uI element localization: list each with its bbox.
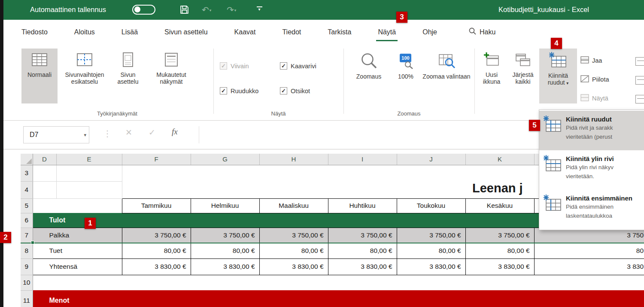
row-header-5[interactable]: 5: [21, 198, 33, 213]
cell[interactable]: 3 830,00 €: [191, 258, 259, 275]
page-layout-button[interactable]: Sivun asettelu: [111, 49, 145, 103]
cell[interactable]: [33, 275, 644, 290]
cell[interactable]: [33, 165, 56, 181]
cell[interactable]: 3 750,00 €: [191, 228, 259, 243]
cell[interactable]: [56, 165, 122, 181]
cell[interactable]: 3 830,00 €: [259, 258, 328, 275]
headings-checkbox[interactable]: ✓ Otsikot: [280, 87, 310, 94]
cell[interactable]: 80,00 €: [328, 243, 397, 258]
cell[interactable]: [33, 181, 56, 198]
hide-button[interactable]: Piilota: [580, 75, 609, 84]
menu-item-freeze-panes[interactable]: Kiinnitä ruudut Pidä rivit ja sarakk vie…: [539, 111, 644, 150]
cell[interactable]: 3 830,00 €: [397, 258, 465, 275]
cell-label-palkka[interactable]: Palkka: [33, 228, 122, 243]
cell[interactable]: 3 830,00 €: [122, 258, 191, 275]
confirm-entry-button[interactable]: ✓: [149, 128, 155, 137]
name-box[interactable]: D7 ▾: [23, 126, 89, 143]
month-header-cell[interactable]: Maaliskuu: [259, 198, 328, 213]
row-header-3[interactable]: 3: [21, 165, 33, 181]
name-box-dropdown-icon[interactable]: ▾: [84, 132, 86, 138]
save-icon[interactable]: [179, 5, 189, 16]
cell[interactable]: 80,00 €: [259, 243, 328, 258]
search-box[interactable]: Haku: [462, 20, 502, 44]
row-header-9[interactable]: 9: [21, 258, 33, 275]
cell[interactable]: 80,00 €: [191, 243, 259, 258]
cell[interactable]: 3 830,00 €: [534, 258, 644, 275]
page-break-preview-button[interactable]: Sivunvaihtojen esikatselu: [59, 49, 110, 103]
col-header-j[interactable]: J: [397, 154, 465, 165]
tab-tiedosto[interactable]: Tiedosto: [15, 20, 55, 44]
cell[interactable]: [56, 181, 122, 198]
tab-sivun-asettelu[interactable]: Sivun asettelu: [158, 20, 215, 44]
page-layout-label: Sivun asettelu: [111, 71, 145, 85]
clipped-ribbon-icon[interactable]: [635, 95, 644, 103]
tab-lisaa[interactable]: Lisää: [115, 20, 145, 44]
tab-ohje[interactable]: Ohje: [416, 20, 444, 44]
tab-nayta[interactable]: Näytä: [371, 20, 403, 44]
month-header-cell[interactable]: Toukokuu: [397, 198, 465, 213]
zoom-to-selection-button[interactable]: Zoomaa valintaan: [422, 49, 471, 103]
menu-item-freeze-top-row[interactable]: Kiinnitä ylin rivi Pidä ylin rivi näkyv …: [539, 150, 644, 190]
tab-aloitus[interactable]: Aloitus: [67, 20, 102, 44]
formula-bar-checkbox[interactable]: ✓ Kaavarivi: [280, 62, 316, 70]
autosave-toggle[interactable]: [132, 5, 155, 15]
undo-button[interactable]: ↶▾: [202, 5, 211, 15]
cell[interactable]: 3 830,00 €: [328, 258, 397, 275]
cell[interactable]: 80,00 €: [122, 243, 191, 258]
arrange-all-button[interactable]: Järjestä kaikki: [507, 49, 539, 103]
cancel-entry-button[interactable]: ✕: [125, 128, 132, 137]
select-all-corner[interactable]: [21, 154, 33, 165]
clipped-ribbon-icon[interactable]: [635, 57, 644, 66]
new-window-button[interactable]: Uusi ikkuna: [477, 49, 506, 103]
cell[interactable]: [33, 198, 122, 213]
cell[interactable]: 3 750,00 €: [259, 228, 328, 243]
clipped-ribbon-icon[interactable]: [635, 76, 644, 85]
col-header-e[interactable]: E: [56, 154, 122, 165]
month-header-cell[interactable]: Kesäkuu: [465, 198, 534, 213]
unhide-button[interactable]: Näytä: [580, 94, 608, 103]
split-button[interactable]: Jaa: [580, 56, 602, 65]
cell-label-yhteensa[interactable]: Yhteensä: [33, 258, 122, 275]
cell[interactable]: 3 750,00 €: [328, 228, 397, 243]
gridlines-checkbox[interactable]: ✓ Ruudukko: [220, 87, 258, 94]
col-header-k[interactable]: K: [465, 154, 534, 165]
tab-tarkista[interactable]: Tarkista: [321, 20, 358, 44]
tab-tiedot[interactable]: Tiedot: [275, 20, 308, 44]
col-header-h[interactable]: H: [259, 154, 328, 165]
custom-views-button[interactable]: Mukautetut näkymät: [147, 49, 196, 103]
zoom-button[interactable]: Zoomaus: [349, 49, 389, 103]
cell-label-tuet[interactable]: Tuet: [33, 243, 122, 258]
cell[interactable]: 80,00 €: [397, 243, 465, 258]
quick-access-more-button[interactable]: ▾: [256, 6, 263, 11]
selection-fill-handle[interactable]: [31, 241, 34, 244]
cell[interactable]: 3 750,00 €: [465, 228, 534, 243]
expense-section-header[interactable]: Menot: [33, 290, 644, 307]
menu-item-freeze-first-column[interactable]: Kiinnitä ensimmäinen Pidä ensimmäinen la…: [539, 190, 644, 229]
freeze-panes-button[interactable]: Kiinnitäruudut ▾: [539, 49, 577, 103]
zoom-100-button[interactable]: 100 100%: [391, 49, 421, 103]
row-header-4[interactable]: 4: [21, 181, 33, 198]
cell[interactable]: 80,00 €: [534, 243, 644, 258]
col-header-f[interactable]: F: [122, 154, 191, 165]
month-header-cell[interactable]: Helmikuu: [191, 198, 259, 213]
tab-kaavat[interactable]: Kaavat: [228, 20, 263, 44]
ruler-checkbox[interactable]: ✓ Viivain: [220, 62, 249, 70]
col-header-g[interactable]: G: [191, 154, 259, 165]
normal-view-button[interactable]: Normaali: [21, 49, 58, 103]
menu-item-title: Kiinnitä ruudut: [566, 116, 612, 123]
cell[interactable]: 3 830,00 €: [465, 258, 534, 275]
col-header-i[interactable]: I: [328, 154, 397, 165]
cell[interactable]: 3 750,00 €: [397, 228, 465, 243]
month-header-cell[interactable]: Huhtikuu: [328, 198, 397, 213]
row-header-8[interactable]: 8: [21, 243, 33, 258]
col-header-d[interactable]: D: [33, 154, 56, 165]
insert-function-button[interactable]: fx: [172, 127, 178, 137]
redo-button[interactable]: ↷▾: [227, 5, 236, 15]
row-header-10[interactable]: 10: [21, 275, 33, 290]
row-header-11[interactable]: 11: [21, 290, 33, 307]
row-header-6[interactable]: 6: [21, 213, 33, 228]
month-header-cell[interactable]: Tammikuu: [122, 198, 191, 213]
cell[interactable]: 80,00 €: [465, 243, 534, 258]
cell[interactable]: 3 750,00 €: [122, 228, 191, 243]
freeze-first-column-menu-icon: [544, 195, 562, 213]
